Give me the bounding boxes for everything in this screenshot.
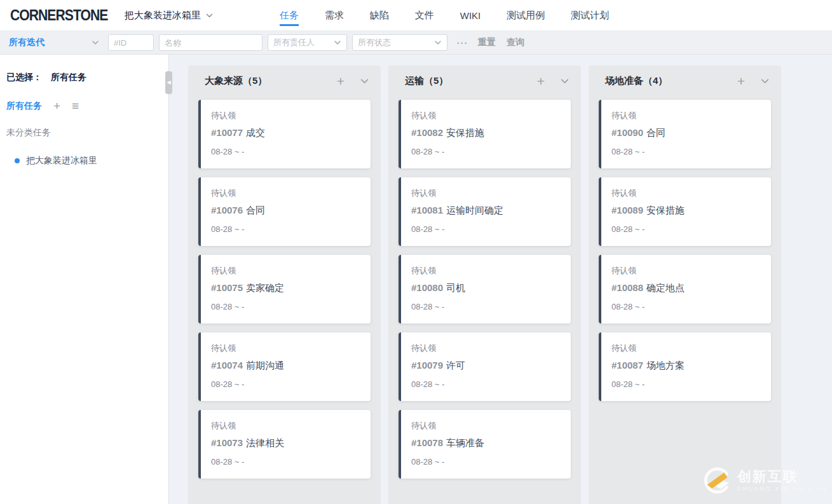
card-dates: 08-28 ~ - bbox=[611, 302, 762, 311]
column-collapse-icon[interactable] bbox=[560, 76, 569, 86]
list-menu-icon[interactable]: ≡ bbox=[72, 100, 79, 112]
chevron-down-icon bbox=[334, 39, 341, 46]
column-header: 场地准备（4） + bbox=[589, 65, 781, 96]
content-area: 已选择： 所有任务 所有任务 + ≡ 未分类任务 把大象装进冰箱里 ◀ 大象来源… bbox=[0, 55, 832, 504]
column-title: 场地准备 bbox=[605, 75, 643, 86]
sidebar: 已选择： 所有任务 所有任务 + ≡ 未分类任务 把大象装进冰箱里 bbox=[0, 55, 169, 504]
tab-defects[interactable]: 缺陷 bbox=[370, 0, 389, 31]
id-filter-input[interactable] bbox=[108, 34, 154, 51]
card-id: #10075 bbox=[211, 282, 243, 293]
card-title: 合同 bbox=[646, 127, 665, 138]
column-title: 大象来源 bbox=[205, 75, 243, 86]
add-card-icon[interactable]: + bbox=[337, 74, 344, 88]
sidebar-collapse-handle[interactable]: ◀ bbox=[165, 71, 172, 94]
project-name: 把大象装进冰箱里 bbox=[125, 10, 201, 22]
card-dates: 08-28 ~ - bbox=[611, 147, 762, 156]
column-header: 大象来源（5） + bbox=[188, 65, 381, 96]
tab-test-cases[interactable]: 测试用例 bbox=[507, 0, 545, 31]
column-title: 运输 bbox=[405, 75, 424, 86]
card-id: #10078 bbox=[411, 437, 443, 448]
card-dates: 08-28 ~ - bbox=[411, 457, 562, 467]
uncategorized-group[interactable]: 未分类任务 bbox=[6, 127, 162, 139]
card-title: 确定地点 bbox=[646, 282, 685, 293]
card-id: #10081 bbox=[411, 205, 443, 215]
assignee-select[interactable]: 所有责任人 bbox=[268, 34, 347, 51]
tab-test-plans[interactable]: 测试计划 bbox=[571, 0, 609, 31]
card-id: #10073 bbox=[211, 437, 243, 448]
task-card[interactable]: 待认领 #10076合同 08-28 ~ - bbox=[198, 177, 371, 246]
card-title: 许可 bbox=[446, 360, 465, 371]
task-card[interactable]: 待认领 #10090合同 08-28 ~ - bbox=[599, 100, 771, 168]
kanban-board: 大象来源（5） + 待认领 #10077成交 08-28 ~ - 待认领 #10… bbox=[169, 55, 832, 504]
card-status: 待认领 bbox=[411, 420, 562, 432]
tab-tasks[interactable]: 任务 bbox=[280, 0, 299, 31]
bullet-dot-icon bbox=[15, 158, 20, 163]
card-id: #10088 bbox=[611, 282, 643, 293]
card-id: #10080 bbox=[411, 282, 443, 293]
add-group-icon[interactable]: + bbox=[53, 100, 60, 112]
card-id: #10074 bbox=[211, 360, 243, 371]
card-dates: 08-28 ~ - bbox=[411, 147, 562, 156]
status-select[interactable]: 所有状态 bbox=[352, 34, 447, 51]
name-filter-input[interactable] bbox=[159, 34, 263, 51]
column-count: （5） bbox=[243, 75, 267, 86]
selected-summary: 已选择： 所有任务 bbox=[6, 72, 162, 83]
card-title: 卖家确定 bbox=[246, 282, 284, 293]
kanban-column: 场地准备（4） + 待认领 #10090合同 08-28 ~ - 待认领 #10… bbox=[589, 65, 781, 504]
selected-value: 所有任务 bbox=[51, 72, 86, 83]
iteration-select-value: 所有迭代 bbox=[9, 37, 44, 48]
card-dates: 08-28 ~ - bbox=[211, 302, 362, 311]
filter-bar: 所有迭代 所有责任人 所有状态 ⋯ 重置 查询 bbox=[0, 31, 832, 55]
task-card[interactable]: 待认领 #10088确定地点 08-28 ~ - bbox=[599, 255, 771, 324]
sidebar-task-item[interactable]: 把大象装进冰箱里 bbox=[15, 155, 162, 167]
task-card[interactable]: 待认领 #10077成交 08-28 ~ - bbox=[198, 100, 371, 168]
task-card[interactable]: 待认领 #10081运输时间确定 08-28 ~ - bbox=[399, 177, 571, 246]
column-collapse-icon[interactable] bbox=[360, 76, 369, 86]
card-dates: 08-28 ~ - bbox=[411, 224, 562, 234]
task-card[interactable]: 待认领 #10087场地方案 08-28 ~ - bbox=[599, 332, 771, 401]
kanban-column: 大象来源（5） + 待认领 #10077成交 08-28 ~ - 待认领 #10… bbox=[188, 65, 381, 504]
column-cards: 待认领 #10082安保措施 08-28 ~ - 待认领 #10081运输时间确… bbox=[388, 96, 581, 489]
tab-wiki[interactable]: WIKI bbox=[460, 0, 481, 31]
card-id: #10079 bbox=[411, 360, 443, 371]
task-card[interactable]: 待认领 #10080司机 08-28 ~ - bbox=[399, 255, 571, 324]
column-cards: 待认领 #10077成交 08-28 ~ - 待认领 #10076合同 08-2… bbox=[188, 96, 381, 489]
add-card-icon[interactable]: + bbox=[537, 74, 545, 88]
card-id: #10089 bbox=[611, 205, 643, 215]
card-id: #10077 bbox=[211, 127, 243, 138]
task-card[interactable]: 待认领 #10082安保措施 08-28 ~ - bbox=[399, 100, 571, 168]
task-card[interactable]: 待认领 #10075卖家确定 08-28 ~ - bbox=[198, 255, 371, 324]
card-title: 前期沟通 bbox=[246, 360, 284, 371]
card-dates: 08-28 ~ - bbox=[211, 147, 362, 156]
tab-files[interactable]: 文件 bbox=[415, 0, 434, 31]
project-selector[interactable]: 把大象装进冰箱里 bbox=[125, 10, 214, 22]
card-id: #10087 bbox=[611, 360, 643, 371]
app-logo[interactable]: CORNERSTONE bbox=[10, 6, 107, 25]
card-dates: 08-28 ~ - bbox=[211, 224, 362, 234]
query-button[interactable]: 查询 bbox=[507, 37, 524, 48]
card-status: 待认领 bbox=[611, 343, 762, 354]
card-status: 待认领 bbox=[211, 110, 362, 121]
iteration-select[interactable]: 所有迭代 bbox=[9, 37, 106, 48]
card-dates: 08-28 ~ - bbox=[411, 379, 562, 389]
sidebar-task-label: 把大象装进冰箱里 bbox=[26, 155, 97, 167]
task-card[interactable]: 待认领 #10089安保措施 08-28 ~ - bbox=[599, 177, 771, 246]
reset-button[interactable]: 重置 bbox=[478, 37, 496, 48]
task-card[interactable]: 待认领 #10079许可 08-28 ~ - bbox=[399, 332, 571, 401]
task-card[interactable]: 待认领 #10073法律相关 08-28 ~ - bbox=[198, 410, 371, 479]
card-title: 法律相关 bbox=[246, 437, 284, 448]
task-card[interactable]: 待认领 #10078车辆准备 08-28 ~ - bbox=[399, 410, 571, 479]
selected-label: 已选择： bbox=[6, 72, 42, 83]
card-status: 待认领 bbox=[211, 343, 362, 354]
add-card-icon[interactable]: + bbox=[737, 74, 745, 88]
main-nav: 任务需求缺陷文件WIKI测试用例测试计划 bbox=[280, 0, 610, 31]
task-card[interactable]: 待认领 #10074前期沟通 08-28 ~ - bbox=[198, 332, 371, 401]
all-tasks-link[interactable]: 所有任务 bbox=[6, 100, 42, 112]
app-window: CORNERSTONE 把大象装进冰箱里 任务需求缺陷文件WIKI测试用例测试计… bbox=[0, 0, 832, 504]
all-tasks-row: 所有任务 + ≡ bbox=[6, 100, 162, 112]
card-dates: 08-28 ~ - bbox=[611, 224, 762, 234]
card-status: 待认领 bbox=[411, 265, 562, 276]
tab-requirements[interactable]: 需求 bbox=[325, 0, 344, 31]
column-collapse-icon[interactable] bbox=[760, 76, 770, 86]
more-filters-button[interactable]: ⋯ bbox=[456, 36, 467, 50]
